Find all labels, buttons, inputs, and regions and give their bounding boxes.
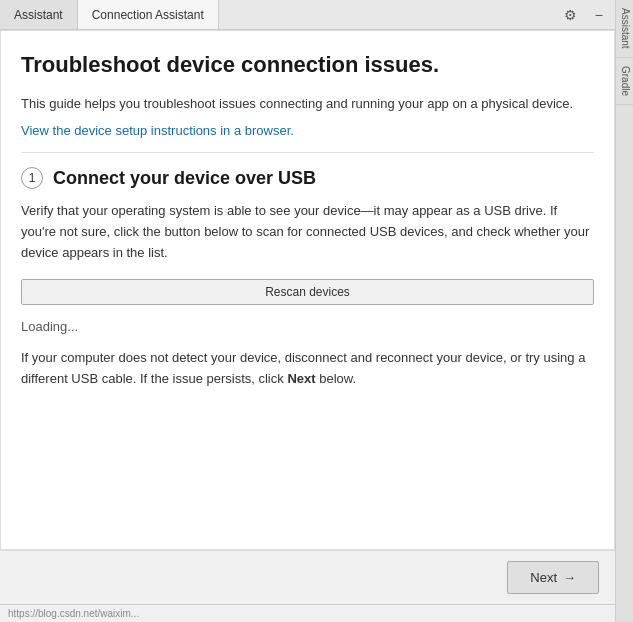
footer-bar: Next → [0, 550, 615, 604]
step-header: 1 Connect your device over USB [21, 167, 594, 189]
step-title: Connect your device over USB [53, 168, 316, 189]
step-description: Verify that your operating system is abl… [21, 201, 594, 263]
minimize-icon[interactable]: − [591, 6, 607, 24]
tab-connection-assistant[interactable]: Connection Assistant [78, 0, 219, 29]
section-divider [21, 152, 594, 153]
tab-actions: ⚙ − [560, 6, 615, 24]
loading-text: Loading... [21, 319, 594, 334]
status-bar: https://blog.csdn.net/waixim... [0, 604, 615, 622]
tab-assistant[interactable]: Assistant [0, 0, 78, 29]
next-button[interactable]: Next → [507, 561, 599, 594]
page-content: Troubleshoot device connection issues. T… [0, 30, 615, 550]
step-number: 1 [21, 167, 43, 189]
content-area: Troubleshoot device connection issues. T… [0, 30, 615, 622]
tab-bar: Assistant Connection Assistant ⚙ − [0, 0, 615, 30]
rescan-devices-button[interactable]: Rescan devices [21, 279, 594, 305]
side-label-assistant[interactable]: Assistant [616, 0, 633, 58]
settings-icon[interactable]: ⚙ [560, 6, 581, 24]
page-subtitle: This guide helps you troubleshoot issues… [21, 94, 594, 114]
side-panel: Assistant Gradle [615, 0, 633, 622]
device-setup-link[interactable]: View the device setup instructions in a … [21, 123, 294, 138]
page-title: Troubleshoot device connection issues. [21, 51, 594, 80]
side-label-gradle[interactable]: Gradle [616, 58, 633, 105]
next-arrow-icon: → [563, 570, 576, 585]
step-section: 1 Connect your device over USB Verify th… [21, 167, 594, 390]
reconnect-text: If your computer does not detect your de… [21, 348, 594, 390]
